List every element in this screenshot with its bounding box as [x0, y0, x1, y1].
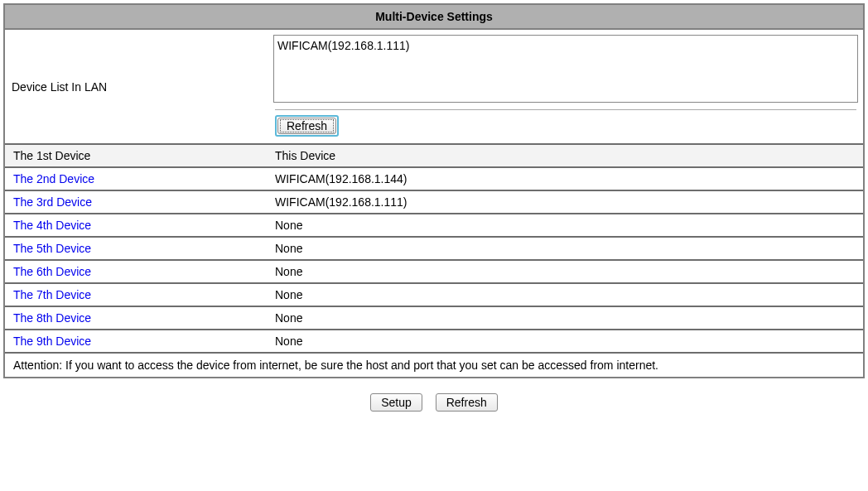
device-label: The 1st Device	[5, 143, 268, 166]
device-list-item[interactable]: WIFICAM(192.168.1.111)	[277, 39, 854, 52]
device-value: None	[268, 259, 863, 282]
device-label[interactable]: The 5th Device	[5, 236, 268, 259]
settings-table: Multi-Device Settings Device List In LAN…	[3, 3, 865, 378]
device-value: None	[268, 282, 863, 306]
device-label[interactable]: The 9th Device	[5, 329, 268, 352]
refresh-button[interactable]: Refresh	[436, 393, 498, 412]
device-value: This Device	[268, 143, 863, 166]
device-label[interactable]: The 2nd Device	[5, 166, 268, 190]
device-value: WIFICAM(192.168.1.144)	[268, 166, 863, 190]
device-label[interactable]: The 3rd Device	[5, 190, 268, 213]
page-title: Multi-Device Settings	[5, 5, 863, 30]
device-label[interactable]: The 6th Device	[5, 259, 268, 282]
device-list-label: Device List In LAN	[5, 30, 268, 143]
device-value: None	[268, 306, 863, 329]
device-value: None	[268, 213, 863, 236]
device-value: None	[268, 236, 863, 259]
device-list-box[interactable]: WIFICAM(192.168.1.111)	[273, 35, 858, 103]
bottom-buttons: Setup Refresh	[3, 393, 865, 412]
device-label[interactable]: The 8th Device	[5, 306, 268, 329]
device-value: None	[268, 329, 863, 352]
device-label[interactable]: The 4th Device	[5, 213, 268, 236]
refresh-lan-label: Refresh	[287, 119, 327, 132]
attention-text: Attention: If you want to access the dev…	[5, 352, 863, 377]
device-label[interactable]: The 7th Device	[5, 282, 268, 306]
device-value: WIFICAM(192.168.1.111)	[268, 190, 863, 213]
refresh-lan-button[interactable]: Refresh	[277, 118, 336, 134]
setup-button[interactable]: Setup	[370, 393, 422, 412]
